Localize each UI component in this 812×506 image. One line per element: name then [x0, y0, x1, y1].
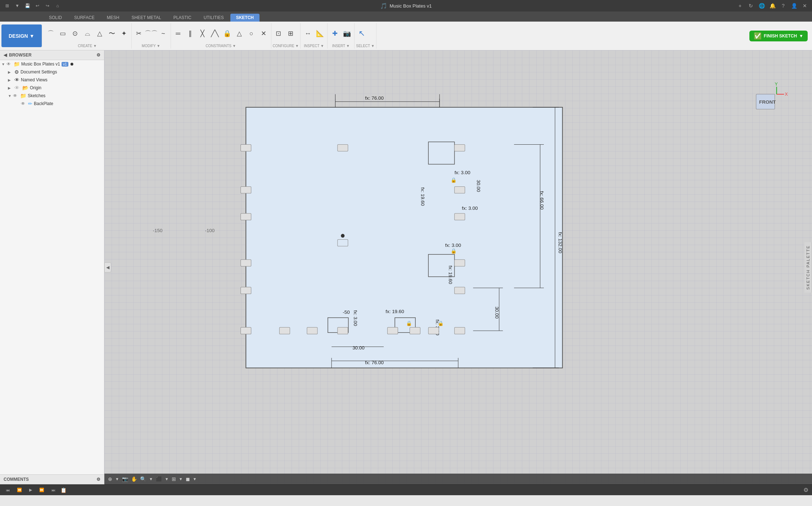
home-icon[interactable]: ⌂: [53, 1, 62, 10]
tab-solid[interactable]: SOLID: [43, 14, 68, 22]
tab-plastic[interactable]: PLASTIC: [168, 14, 197, 22]
snap-dropdown[interactable]: ▼: [115, 477, 119, 481]
bell-icon[interactable]: 🔔: [768, 1, 777, 10]
symmetric-constraint[interactable]: ✕: [258, 28, 270, 39]
undo-icon[interactable]: ↩: [33, 1, 42, 10]
measure-tool[interactable]: ↔: [302, 28, 313, 39]
select-tool[interactable]: ↖: [356, 28, 367, 39]
select-arrow[interactable]: ▼: [371, 44, 375, 48]
expand-sidebar-btn[interactable]: ◀: [104, 262, 111, 272]
configure-arrow[interactable]: ▼: [295, 44, 299, 48]
tree-expand-views[interactable]: ▶: [8, 78, 13, 82]
display-dropdown[interactable]: ▼: [165, 477, 169, 481]
tab-sketch[interactable]: SKETCH: [230, 14, 260, 22]
mirror-tool[interactable]: ~: [158, 28, 169, 39]
plus-icon[interactable]: +: [736, 1, 744, 10]
title-left-icons[interactable]: ⊞ ▼ 💾 ↩ ↪ ⌂: [3, 1, 62, 10]
tab-mesh[interactable]: MESH: [101, 14, 125, 22]
help-icon[interactable]: ?: [779, 1, 788, 10]
tree-expand-sketches[interactable]: ▼: [8, 94, 13, 98]
tree-item-root[interactable]: ▼ 👁 📁 Music Box Plates v1 v1 ⏺: [0, 60, 104, 68]
design-button[interactable]: DESIGN ▼: [1, 24, 42, 47]
circle-tool[interactable]: ⊙: [69, 28, 81, 39]
inspect-arrow[interactable]: ▼: [320, 44, 324, 48]
trim-tool[interactable]: ✂: [133, 28, 145, 39]
line-tool[interactable]: ⌒: [45, 28, 57, 39]
tree-expand-doc[interactable]: ▶: [8, 70, 13, 74]
dropdown-icon[interactable]: ▼: [13, 1, 22, 10]
polygon-tool[interactable]: △: [94, 28, 105, 39]
play-prev[interactable]: ⏪: [15, 487, 24, 493]
view-options-icon[interactable]: ◼: [186, 476, 190, 482]
canvas-area[interactable]: -150 -100 -50 fx: 76.00 fx: 3.00 30.00 f…: [104, 50, 812, 484]
collinear-constraint[interactable]: ╱╲: [209, 28, 221, 39]
display-icon[interactable]: ⬛: [156, 476, 162, 482]
tab-utilities[interactable]: UTILITIES: [198, 14, 230, 22]
comments-settings-icon[interactable]: ⚙: [96, 477, 100, 482]
user-icon[interactable]: 👤: [790, 1, 798, 10]
inspect-tool[interactable]: 📐: [314, 28, 326, 39]
tab-sheet-metal[interactable]: SHEET METAL: [126, 14, 167, 22]
create-arrow[interactable]: ▼: [93, 44, 97, 48]
insert-arrow[interactable]: ▼: [346, 44, 350, 48]
grid-display-icon[interactable]: ⊞: [172, 476, 176, 482]
tangent-constraint[interactable]: △: [234, 28, 245, 39]
configure-grid[interactable]: ⊡: [273, 28, 284, 39]
camera-icon[interactable]: 📷: [122, 476, 128, 482]
insert-image[interactable]: 📷: [341, 28, 353, 39]
eye-sketches[interactable]: 👁: [13, 93, 17, 98]
pan-icon[interactable]: ✋: [131, 476, 137, 482]
arc-tool[interactable]: ⌓: [82, 28, 93, 39]
point-tool[interactable]: ✦: [118, 28, 130, 39]
view-options-dropdown[interactable]: ▼: [193, 477, 197, 481]
play-next[interactable]: ⏩: [37, 487, 46, 493]
tree-item-sketches[interactable]: ▼ 👁 📁 Sketches: [0, 92, 104, 100]
modify-arrow[interactable]: ▼: [157, 44, 160, 48]
constraints-arrow[interactable]: ▼: [233, 44, 236, 48]
sketch-canvas[interactable]: -150 -100 -50 fx: 76.00 fx: 3.00 30.00 f…: [104, 50, 812, 484]
tree-expand-root[interactable]: ▼: [1, 62, 6, 66]
play-btn[interactable]: ▶: [27, 487, 34, 493]
grid-dropdown[interactable]: ▼: [179, 477, 183, 481]
offset-tool[interactable]: ⌒⌒: [145, 28, 157, 39]
coincident-constraint[interactable]: ╳: [197, 28, 208, 39]
fix-constraint[interactable]: 🔒: [221, 28, 233, 39]
insert-add[interactable]: ✚: [329, 28, 340, 39]
redo-icon[interactable]: ↪: [43, 1, 52, 10]
globe-icon[interactable]: 🌐: [757, 1, 766, 10]
save-icon[interactable]: 💾: [23, 1, 32, 10]
browser-collapse-icon[interactable]: ◀: [4, 53, 7, 58]
tree-item-named-views[interactable]: ▶ 👁 Named Views: [0, 76, 104, 84]
grid-icon[interactable]: ⊞: [3, 1, 12, 10]
zoom-icon[interactable]: 🔍: [140, 476, 146, 482]
zoom-dropdown[interactable]: ▼: [149, 477, 153, 481]
refresh-icon[interactable]: ↻: [746, 1, 755, 10]
eye-backplate[interactable]: 👁: [21, 101, 25, 106]
tree-item-doc-settings[interactable]: ▶ ⚙ Document Settings: [0, 68, 104, 76]
finish-sketch-arrow[interactable]: ▼: [799, 33, 803, 39]
timeline-icon[interactable]: 📋: [60, 487, 67, 493]
horizontal-constraint[interactable]: ═: [172, 28, 184, 39]
tree-item-origin[interactable]: ▶ 👁 📂 Origin: [0, 84, 104, 92]
title-right-icons[interactable]: + ↻ 🌐 🔔 ? 👤 ✕: [736, 1, 809, 10]
finish-sketch-button[interactable]: ✅ FINISH SKETCH ▼: [749, 31, 808, 41]
vertical-constraint[interactable]: ‖: [185, 28, 196, 39]
play-end[interactable]: ⏭: [49, 487, 58, 493]
view-cube-group[interactable]: FRONT X Y: [756, 82, 788, 109]
spline-tool[interactable]: 〜: [106, 28, 118, 39]
rect-tool[interactable]: ▭: [57, 28, 69, 39]
browser-settings-icon[interactable]: ⚙: [96, 53, 100, 58]
tree-item-backplate[interactable]: 👁 ✏ BackPlate: [0, 100, 104, 108]
play-start[interactable]: ⏮: [4, 487, 12, 493]
eye-root[interactable]: 👁: [6, 62, 11, 67]
record-icon[interactable]: ⏺: [70, 62, 74, 67]
snap-icon[interactable]: ⊕: [108, 476, 112, 482]
tree-expand-origin[interactable]: ▶: [8, 86, 13, 90]
tab-surface[interactable]: SURFACE: [68, 14, 100, 22]
close-icon[interactable]: ✕: [800, 1, 809, 10]
settings-icon-bottom[interactable]: ⚙: [803, 487, 808, 493]
configure-settings[interactable]: ⊞: [285, 28, 297, 39]
sketch-icon: ✏: [28, 101, 32, 107]
design-dropdown-arrow[interactable]: ▼: [30, 33, 35, 39]
equal-constraint[interactable]: ○: [246, 28, 257, 39]
